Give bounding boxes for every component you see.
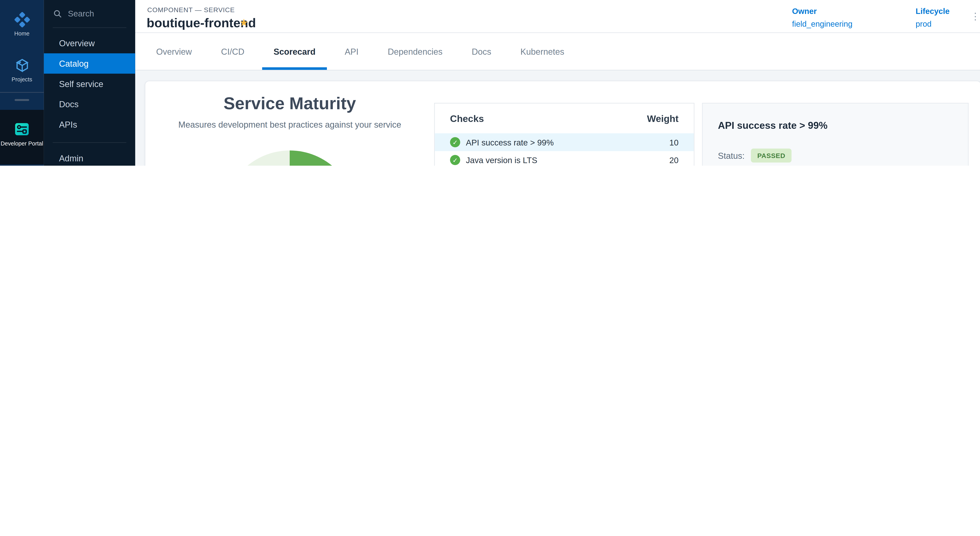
check-detail-panel: API success rate > 99% Status: PASSED [702,103,969,165]
rail-item-projects[interactable]: Projects [0,51,44,99]
status-label: Status: [718,151,745,161]
owner-meta[interactable]: Owner field_engineering [792,7,853,29]
checks-column-header: Checks [450,113,484,124]
lifecycle-label: Lifecycle [915,7,950,16]
checks-table: Checks Weight ✓ API success rate > 99% 1… [434,103,694,165]
entity-tabs: Overview CI/CD Scorecard API Dependencie… [135,33,980,70]
tab-dependencies[interactable]: Dependencies [388,33,442,70]
service-maturity-card: Service Maturity Measures development be… [145,81,980,165]
entity-header: COMPONENT — SERVICE boutique-frontend ★ … [135,0,980,33]
rail-label: Home [14,30,30,37]
search-icon [53,9,62,18]
checks-table-header: Checks Weight [450,110,679,126]
tab-cicd[interactable]: CI/CD [221,33,244,70]
lifecycle-value[interactable]: prod [915,20,931,29]
portal-sidebar: Search Overview Catalog Self service Doc… [44,0,135,165]
sidebar-divider [53,27,126,28]
owner-value[interactable]: field_engineering [792,20,853,29]
module-rail: Home Projects Developer Portal [0,0,44,165]
tab-kubernetes[interactable]: Kubernetes [520,33,564,70]
main-area: COMPONENT — SERVICE boutique-frontend ★ … [135,0,980,165]
weight-column-header: Weight [647,113,679,124]
check-passed-icon: ✓ [450,155,460,165]
sidebar-item-docs[interactable]: Docs [44,94,135,114]
lifecycle-meta[interactable]: Lifecycle prod [915,7,950,29]
tab-api[interactable]: API [345,33,358,70]
rail-collapse-handle[interactable] [14,99,29,101]
check-row-java-lts[interactable]: ✓ Java version is LTS 20 [450,151,679,165]
scorecard-subtitle: Measures development best practices agai… [145,120,434,130]
status-badge: PASSED [751,149,792,162]
sidebar-item-self-service[interactable]: Self service [44,74,135,94]
score-gauge: 85 [223,151,356,165]
scorecard-content: Service Maturity Measures development be… [135,70,980,165]
entity-kind: COMPONENT — SERVICE [147,6,235,13]
rail-item-developer-portal[interactable]: Developer Portal [0,114,44,162]
app-window: Home Projects Developer Portal [0,0,980,165]
tab-docs[interactable]: Docs [472,33,492,70]
sidebar-item-catalog[interactable]: Catalog [44,53,135,74]
check-row-api-success[interactable]: ✓ API success rate > 99% 10 [435,133,694,151]
tab-overview[interactable]: Overview [156,33,192,70]
check-passed-icon: ✓ [450,137,460,148]
rail-item-home[interactable]: Home [0,5,44,53]
rail-label: Projects [11,76,32,83]
check-detail-title: API success rate > 99% [718,120,953,131]
owner-label: Owner [792,7,853,16]
sidebar-item-overview[interactable]: Overview [44,33,135,53]
kebab-menu-icon[interactable]: ⋮ [970,11,980,22]
developer-portal-icon [13,121,30,138]
harness-logo-icon [14,11,30,28]
search-label: Search [68,9,94,18]
sidebar-item-admin[interactable]: Admin [44,148,135,165]
projects-cube-icon [14,57,30,73]
rail-label: Developer Portal [1,140,43,146]
scorecard-title: Service Maturity [145,94,434,113]
sidebar-item-apis[interactable]: APIs [44,114,135,135]
sidebar-divider [53,142,126,143]
sidebar-search[interactable]: Search [44,0,135,25]
maturity-summary: Service Maturity Measures development be… [145,81,434,165]
favorite-star-icon[interactable]: ★ [239,16,248,29]
maturity-details: Checks Weight ✓ API success rate > 99% 1… [434,103,969,165]
tab-scorecard[interactable]: Scorecard [274,33,315,70]
